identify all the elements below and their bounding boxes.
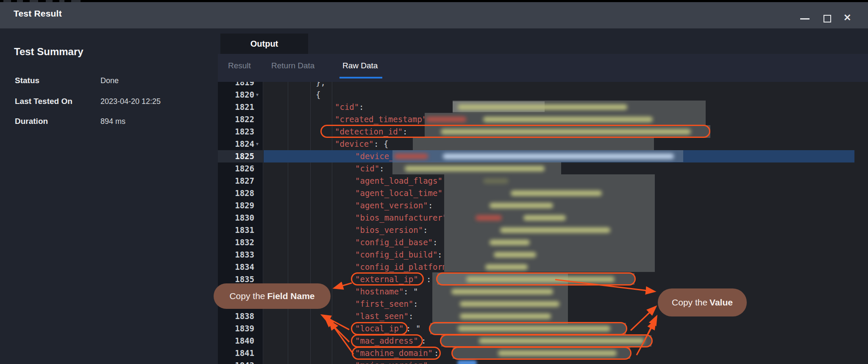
- line-number: 1831: [218, 224, 254, 236]
- maximize-icon[interactable]: [823, 15, 831, 22]
- summary-field-value: Done: [100, 76, 119, 85]
- code-line[interactable]: 1819},: [218, 82, 868, 89]
- fold-arrow-icon[interactable]: ▾: [256, 89, 259, 101]
- screen-edge-dash: [3, 0, 11, 2]
- code-line[interactable]: 1830"bios_manufacturer": [218, 212, 868, 224]
- json-key: "local_ip": [355, 322, 403, 335]
- json-key: "mac_address": [355, 335, 418, 347]
- summary-field-value: 894 ms: [100, 117, 125, 126]
- screen-edge-dash: [71, 0, 81, 2]
- code-line[interactable]: 1824▾"device": {: [218, 138, 868, 150]
- summary-field-value: 2023-04-20 12:25: [100, 97, 161, 106]
- json-punctuation: :: [413, 298, 418, 310]
- code-line[interactable]: 1820▾{: [218, 89, 868, 101]
- code-line[interactable]: 1838"last_seen":: [218, 310, 868, 322]
- json-punctuation: : ": [406, 322, 420, 335]
- close-icon[interactable]: ✕: [843, 13, 851, 22]
- json-punctuation: :: [409, 310, 413, 322]
- json-punctuation: :: [433, 236, 437, 249]
- json-punctuation: : {: [374, 138, 388, 150]
- code-line[interactable]: 1823"detection_id":: [218, 126, 868, 138]
- code-line[interactable]: 1829"agent_version":: [218, 199, 868, 212]
- raw-data-json-viewer[interactable]: 1819},1820▾{1821"cid":1822"created_times…: [218, 82, 868, 364]
- json-key: "external_ip": [355, 273, 418, 286]
- code-line[interactable]: 1827"agent_load_flags": [218, 175, 868, 187]
- code-line[interactable]: 1836"hostname": ": [218, 286, 868, 298]
- subtab-return-data[interactable]: Return Data: [271, 61, 314, 70]
- json-key: "major_version": [355, 359, 428, 364]
- json-punctuation: :: [359, 101, 364, 113]
- line-number: 1836: [218, 286, 254, 298]
- json-key: "agent_load_flags": [355, 175, 444, 187]
- line-number: 1841: [218, 347, 254, 359]
- json-key: "hostname": [355, 286, 403, 298]
- json-key: "config_id_base": [355, 236, 433, 249]
- json-key: "last_seen": [355, 310, 409, 322]
- json-key: "created_timestamp": [335, 113, 425, 126]
- json-key: "cid": [355, 162, 379, 175]
- code-line[interactable]: 1831"bios_version":: [218, 224, 868, 236]
- screen-edge-dash: [46, 0, 53, 2]
- code-line[interactable]: 1835"external_ip":: [218, 273, 868, 286]
- line-number: 1826: [218, 162, 254, 175]
- tab-output[interactable]: Output: [220, 34, 308, 54]
- window-titlebar: Test Result ✕: [0, 2, 868, 28]
- test-summary-title: Test Summary: [14, 46, 83, 58]
- json-key: "device_id": [355, 150, 392, 162]
- summary-field-label: Last Tested On: [15, 97, 72, 106]
- code-line[interactable]: 1826"cid":: [218, 162, 868, 175]
- line-number: 1819: [218, 82, 254, 89]
- code-line[interactable]: 1837"first_seen":: [218, 298, 868, 310]
- json-key: "device": [335, 138, 374, 150]
- json-punctuation: : ": [403, 286, 418, 298]
- window-title: Test Result: [14, 8, 62, 19]
- json-punctuation: :: [437, 249, 442, 261]
- fold-arrow-icon[interactable]: ▾: [256, 138, 259, 150]
- subtab-bar: [218, 54, 868, 82]
- code-line[interactable]: 1821"cid":: [218, 101, 868, 113]
- code-line[interactable]: 1822"created_timestamp": [218, 113, 868, 126]
- json-key: "detection_id": [335, 126, 403, 138]
- line-number: 1830: [218, 212, 254, 224]
- json-key: "agent_local_time": [355, 187, 444, 199]
- json-key: "cid": [335, 101, 359, 113]
- line-number: 1842: [218, 359, 254, 364]
- line-number: 1837: [218, 298, 254, 310]
- line-number: 1833: [218, 249, 254, 261]
- code-line[interactable]: 1839"local_ip": ": [218, 322, 868, 335]
- line-number: 1823: [218, 126, 254, 138]
- json-key: "first_seen": [355, 298, 413, 310]
- code-line[interactable]: 1832"config_id_base":: [218, 236, 868, 249]
- code-line[interactable]: 1842"major_version":: [218, 359, 868, 364]
- json-punctuation: :: [421, 335, 426, 347]
- subtab-raw-data[interactable]: Raw Data: [342, 61, 378, 70]
- json-punctuation: :: [426, 273, 431, 286]
- line-number: 1829: [218, 199, 254, 212]
- code-line[interactable]: 1834"config_id_platform": [218, 261, 868, 273]
- json-punctuation: {: [316, 89, 320, 101]
- code-line[interactable]: 1841"machine_domain":: [218, 347, 868, 359]
- code-line[interactable]: 1840"mac_address":: [218, 335, 868, 347]
- summary-field-label: Duration: [15, 117, 48, 126]
- screen-edge-dash: [59, 0, 64, 2]
- code-line[interactable]: 1833"config_id_build":: [218, 249, 868, 261]
- json-punctuation: :: [379, 162, 384, 175]
- summary-field-label: Status: [15, 76, 39, 85]
- json-punctuation: :: [428, 359, 433, 364]
- test-result-window: Test Result ✕ Test Summary StatusDoneLas…: [0, 0, 868, 364]
- line-number: 1824: [218, 138, 254, 150]
- json-key: "machine_domain": [355, 347, 433, 359]
- json-key: "config_id_platform": [355, 261, 444, 273]
- line-number: 1827: [218, 175, 254, 187]
- subtab-result[interactable]: Result: [228, 61, 251, 70]
- code-line[interactable]: 1828"agent_local_time": [218, 187, 868, 199]
- json-key: "config_id_build": [355, 249, 437, 261]
- json-key: "bios_version": [355, 224, 423, 236]
- screen-edge-dash: [17, 0, 23, 2]
- line-number: 1821: [218, 101, 254, 113]
- line-number: 1832: [218, 236, 254, 249]
- code-line[interactable]: 1825"device_id": [218, 150, 868, 162]
- json-punctuation: :: [423, 224, 428, 236]
- minimize-icon[interactable]: [800, 18, 810, 20]
- line-number: 1828: [218, 187, 254, 199]
